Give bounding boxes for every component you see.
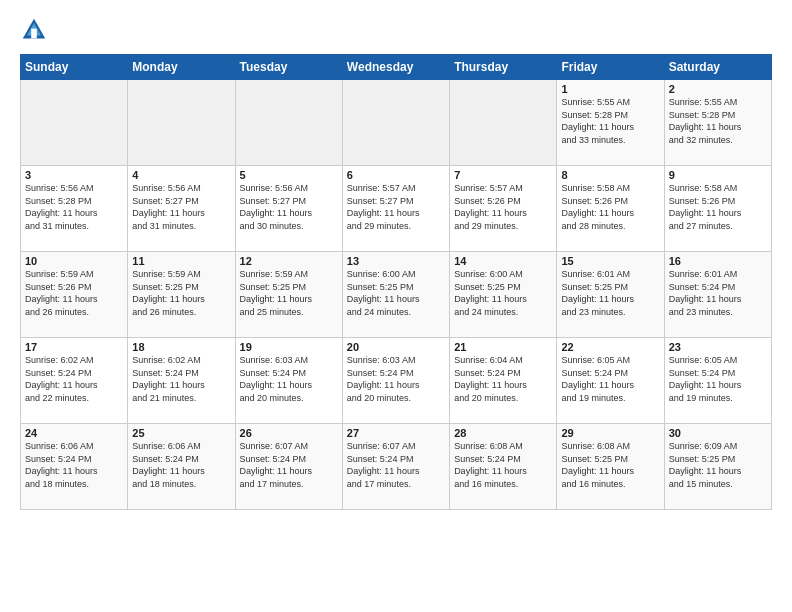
day-info: Sunrise: 6:08 AM Sunset: 5:25 PM Dayligh…	[561, 440, 659, 490]
weekday-header-monday: Monday	[128, 55, 235, 80]
calendar-cell: 13Sunrise: 6:00 AM Sunset: 5:25 PM Dayli…	[342, 252, 449, 338]
calendar-cell: 1Sunrise: 5:55 AM Sunset: 5:28 PM Daylig…	[557, 80, 664, 166]
day-info: Sunrise: 6:03 AM Sunset: 5:24 PM Dayligh…	[240, 354, 338, 404]
calendar-cell: 24Sunrise: 6:06 AM Sunset: 5:24 PM Dayli…	[21, 424, 128, 510]
day-info: Sunrise: 6:05 AM Sunset: 5:24 PM Dayligh…	[669, 354, 767, 404]
weekday-header-saturday: Saturday	[664, 55, 771, 80]
calendar-week-5: 24Sunrise: 6:06 AM Sunset: 5:24 PM Dayli…	[21, 424, 772, 510]
calendar-week-4: 17Sunrise: 6:02 AM Sunset: 5:24 PM Dayli…	[21, 338, 772, 424]
day-number: 6	[347, 169, 445, 181]
day-info: Sunrise: 5:58 AM Sunset: 5:26 PM Dayligh…	[561, 182, 659, 232]
weekday-header-friday: Friday	[557, 55, 664, 80]
calendar-cell: 22Sunrise: 6:05 AM Sunset: 5:24 PM Dayli…	[557, 338, 664, 424]
calendar-cell: 16Sunrise: 6:01 AM Sunset: 5:24 PM Dayli…	[664, 252, 771, 338]
calendar-cell: 17Sunrise: 6:02 AM Sunset: 5:24 PM Dayli…	[21, 338, 128, 424]
day-info: Sunrise: 6:03 AM Sunset: 5:24 PM Dayligh…	[347, 354, 445, 404]
day-number: 17	[25, 341, 123, 353]
calendar-cell: 28Sunrise: 6:08 AM Sunset: 5:24 PM Dayli…	[450, 424, 557, 510]
day-number: 1	[561, 83, 659, 95]
day-info: Sunrise: 5:56 AM Sunset: 5:27 PM Dayligh…	[240, 182, 338, 232]
day-number: 25	[132, 427, 230, 439]
calendar-cell: 20Sunrise: 6:03 AM Sunset: 5:24 PM Dayli…	[342, 338, 449, 424]
calendar-header: SundayMondayTuesdayWednesdayThursdayFrid…	[21, 55, 772, 80]
calendar-cell: 15Sunrise: 6:01 AM Sunset: 5:25 PM Dayli…	[557, 252, 664, 338]
calendar-cell: 3Sunrise: 5:56 AM Sunset: 5:28 PM Daylig…	[21, 166, 128, 252]
day-info: Sunrise: 6:06 AM Sunset: 5:24 PM Dayligh…	[132, 440, 230, 490]
calendar-cell: 9Sunrise: 5:58 AM Sunset: 5:26 PM Daylig…	[664, 166, 771, 252]
calendar-cell: 8Sunrise: 5:58 AM Sunset: 5:26 PM Daylig…	[557, 166, 664, 252]
day-info: Sunrise: 5:59 AM Sunset: 5:25 PM Dayligh…	[240, 268, 338, 318]
day-number: 3	[25, 169, 123, 181]
calendar-cell	[235, 80, 342, 166]
calendar: SundayMondayTuesdayWednesdayThursdayFrid…	[20, 54, 772, 510]
day-info: Sunrise: 6:06 AM Sunset: 5:24 PM Dayligh…	[25, 440, 123, 490]
weekday-header-row: SundayMondayTuesdayWednesdayThursdayFrid…	[21, 55, 772, 80]
calendar-week-2: 3Sunrise: 5:56 AM Sunset: 5:28 PM Daylig…	[21, 166, 772, 252]
header	[20, 16, 772, 44]
day-info: Sunrise: 5:56 AM Sunset: 5:28 PM Dayligh…	[25, 182, 123, 232]
day-number: 19	[240, 341, 338, 353]
day-info: Sunrise: 6:02 AM Sunset: 5:24 PM Dayligh…	[132, 354, 230, 404]
day-number: 14	[454, 255, 552, 267]
day-info: Sunrise: 5:57 AM Sunset: 5:27 PM Dayligh…	[347, 182, 445, 232]
calendar-week-1: 1Sunrise: 5:55 AM Sunset: 5:28 PM Daylig…	[21, 80, 772, 166]
day-number: 4	[132, 169, 230, 181]
weekday-header-wednesday: Wednesday	[342, 55, 449, 80]
calendar-cell: 14Sunrise: 6:00 AM Sunset: 5:25 PM Dayli…	[450, 252, 557, 338]
logo-icon	[20, 16, 48, 44]
day-info: Sunrise: 6:05 AM Sunset: 5:24 PM Dayligh…	[561, 354, 659, 404]
calendar-cell: 26Sunrise: 6:07 AM Sunset: 5:24 PM Dayli…	[235, 424, 342, 510]
calendar-cell: 7Sunrise: 5:57 AM Sunset: 5:26 PM Daylig…	[450, 166, 557, 252]
day-number: 8	[561, 169, 659, 181]
day-number: 28	[454, 427, 552, 439]
day-info: Sunrise: 5:57 AM Sunset: 5:26 PM Dayligh…	[454, 182, 552, 232]
weekday-header-sunday: Sunday	[21, 55, 128, 80]
calendar-cell: 12Sunrise: 5:59 AM Sunset: 5:25 PM Dayli…	[235, 252, 342, 338]
calendar-body: 1Sunrise: 5:55 AM Sunset: 5:28 PM Daylig…	[21, 80, 772, 510]
day-info: Sunrise: 6:07 AM Sunset: 5:24 PM Dayligh…	[240, 440, 338, 490]
calendar-cell: 19Sunrise: 6:03 AM Sunset: 5:24 PM Dayli…	[235, 338, 342, 424]
calendar-cell: 29Sunrise: 6:08 AM Sunset: 5:25 PM Dayli…	[557, 424, 664, 510]
calendar-week-3: 10Sunrise: 5:59 AM Sunset: 5:26 PM Dayli…	[21, 252, 772, 338]
day-info: Sunrise: 5:59 AM Sunset: 5:26 PM Dayligh…	[25, 268, 123, 318]
day-number: 21	[454, 341, 552, 353]
day-info: Sunrise: 6:00 AM Sunset: 5:25 PM Dayligh…	[454, 268, 552, 318]
calendar-cell: 25Sunrise: 6:06 AM Sunset: 5:24 PM Dayli…	[128, 424, 235, 510]
day-info: Sunrise: 5:58 AM Sunset: 5:26 PM Dayligh…	[669, 182, 767, 232]
day-number: 5	[240, 169, 338, 181]
day-number: 22	[561, 341, 659, 353]
calendar-cell: 2Sunrise: 5:55 AM Sunset: 5:28 PM Daylig…	[664, 80, 771, 166]
calendar-cell: 4Sunrise: 5:56 AM Sunset: 5:27 PM Daylig…	[128, 166, 235, 252]
day-info: Sunrise: 6:00 AM Sunset: 5:25 PM Dayligh…	[347, 268, 445, 318]
day-number: 18	[132, 341, 230, 353]
day-number: 13	[347, 255, 445, 267]
calendar-cell: 5Sunrise: 5:56 AM Sunset: 5:27 PM Daylig…	[235, 166, 342, 252]
day-info: Sunrise: 6:01 AM Sunset: 5:25 PM Dayligh…	[561, 268, 659, 318]
day-info: Sunrise: 5:55 AM Sunset: 5:28 PM Dayligh…	[669, 96, 767, 146]
day-number: 20	[347, 341, 445, 353]
day-number: 27	[347, 427, 445, 439]
day-number: 9	[669, 169, 767, 181]
calendar-cell	[342, 80, 449, 166]
day-number: 24	[25, 427, 123, 439]
logo	[20, 16, 52, 44]
calendar-cell: 23Sunrise: 6:05 AM Sunset: 5:24 PM Dayli…	[664, 338, 771, 424]
day-info: Sunrise: 5:56 AM Sunset: 5:27 PM Dayligh…	[132, 182, 230, 232]
day-info: Sunrise: 6:07 AM Sunset: 5:24 PM Dayligh…	[347, 440, 445, 490]
calendar-cell: 10Sunrise: 5:59 AM Sunset: 5:26 PM Dayli…	[21, 252, 128, 338]
calendar-cell	[128, 80, 235, 166]
day-number: 30	[669, 427, 767, 439]
weekday-header-thursday: Thursday	[450, 55, 557, 80]
day-info: Sunrise: 5:55 AM Sunset: 5:28 PM Dayligh…	[561, 96, 659, 146]
day-info: Sunrise: 6:09 AM Sunset: 5:25 PM Dayligh…	[669, 440, 767, 490]
weekday-header-tuesday: Tuesday	[235, 55, 342, 80]
day-info: Sunrise: 6:04 AM Sunset: 5:24 PM Dayligh…	[454, 354, 552, 404]
calendar-cell	[450, 80, 557, 166]
day-number: 23	[669, 341, 767, 353]
day-number: 15	[561, 255, 659, 267]
day-number: 16	[669, 255, 767, 267]
day-number: 11	[132, 255, 230, 267]
day-number: 2	[669, 83, 767, 95]
calendar-cell: 18Sunrise: 6:02 AM Sunset: 5:24 PM Dayli…	[128, 338, 235, 424]
day-info: Sunrise: 5:59 AM Sunset: 5:25 PM Dayligh…	[132, 268, 230, 318]
